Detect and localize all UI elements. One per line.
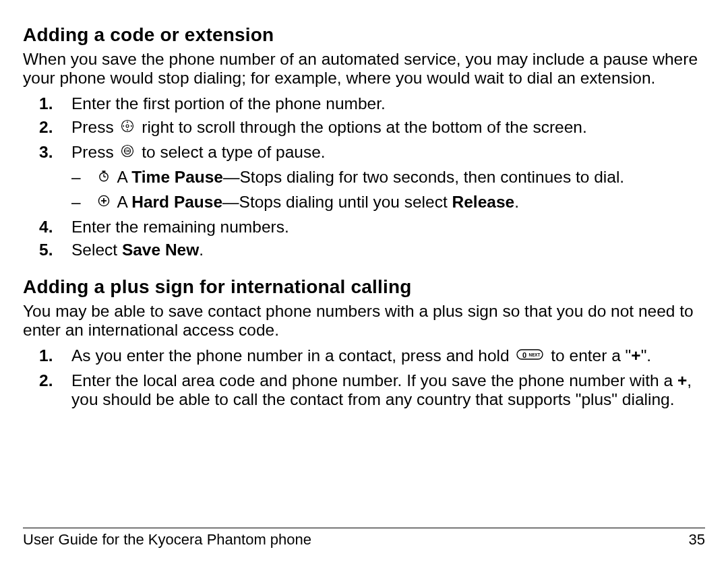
svg-point-3 bbox=[127, 129, 128, 130]
svg-point-1 bbox=[126, 125, 129, 127]
step-5-c: . bbox=[199, 241, 204, 259]
svg-text:0: 0 bbox=[522, 350, 526, 358]
svg-text:OK: OK bbox=[125, 149, 131, 153]
step-4: Enter the remaining numbers. bbox=[70, 218, 705, 237]
nav-key-icon bbox=[121, 118, 134, 137]
step-2-text-a: Press bbox=[71, 118, 118, 136]
sec2-s1-b: to enter a " bbox=[551, 346, 631, 365]
document-page: Adding a code or extension When you save… bbox=[0, 0, 728, 562]
sec2-s1-a: As you enter the phone number in a conta… bbox=[71, 346, 514, 365]
page-footer: User Guide for the Kyocera Phantom phone… bbox=[23, 521, 705, 549]
section1-steps: Enter the first portion of the phone num… bbox=[23, 94, 705, 259]
sub2-a: A bbox=[117, 193, 131, 211]
sub2-e: . bbox=[514, 193, 519, 211]
svg-point-5 bbox=[131, 125, 132, 127]
step-3-sub-hard-pause: A Hard Pause—Stops dialing until you sel… bbox=[71, 193, 705, 214]
timer-icon bbox=[97, 168, 111, 187]
section2-steps: As you enter the phone number in a conta… bbox=[23, 346, 705, 410]
step-3: Press OK to select a type of pause. A Ti… bbox=[70, 143, 705, 214]
sec2-s2-b: + bbox=[677, 371, 687, 389]
sub1-b: Time Pause bbox=[131, 168, 223, 186]
sub2-d: Release bbox=[452, 193, 515, 211]
sub2-b: Hard Pause bbox=[131, 193, 222, 211]
section2-intro: You may be able to save contact phone nu… bbox=[23, 302, 705, 340]
step-3-text-b: to select a type of pause. bbox=[142, 143, 325, 161]
svg-point-2 bbox=[127, 121, 128, 123]
footer-guide-title: User Guide for the Kyocera Phantom phone bbox=[23, 531, 311, 549]
sub2-c: —Stops dialing until you select bbox=[222, 193, 452, 211]
plus-icon bbox=[97, 193, 111, 212]
page-content: Adding a code or extension When you save… bbox=[23, 24, 705, 521]
svg-text:NEXT: NEXT bbox=[529, 352, 541, 357]
ok-key-icon: OK bbox=[121, 143, 134, 162]
section-heading-plus-sign: Adding a plus sign for international cal… bbox=[23, 276, 705, 298]
step-5-a: Select bbox=[71, 241, 122, 259]
step-3-text-a: Press bbox=[71, 143, 118, 161]
step-5-b: Save New bbox=[122, 241, 199, 259]
sec2-s2-a: Enter the local area code and phone numb… bbox=[71, 371, 677, 389]
sec2-s1-c: + bbox=[631, 346, 640, 365]
footer-rule bbox=[23, 528, 705, 528]
section-heading-code-extension: Adding a code or extension bbox=[23, 24, 705, 46]
svg-point-4 bbox=[123, 125, 125, 127]
step-1: Enter the first portion of the phone num… bbox=[70, 94, 705, 113]
step-5: Select Save New. bbox=[70, 241, 705, 259]
step-2: Press right to scroll through the option… bbox=[70, 118, 705, 139]
step-2-text-b: right to scroll through the options at t… bbox=[142, 118, 587, 136]
sec2-s1-d: ". bbox=[641, 346, 652, 365]
section1-intro: When you save the phone number of an aut… bbox=[23, 50, 705, 88]
sec2-step-2: Enter the local area code and phone numb… bbox=[70, 371, 705, 409]
zero-next-key-icon: 0NEXT bbox=[516, 346, 543, 365]
sub1-a: A bbox=[117, 168, 131, 186]
footer-page-number: 35 bbox=[689, 531, 705, 549]
sub1-c: —Stops dialing for two seconds, then con… bbox=[223, 168, 624, 186]
svg-rect-10 bbox=[102, 170, 106, 172]
sec2-step-1: As you enter the phone number in a conta… bbox=[70, 346, 705, 367]
step-3-sub-time-pause: A Time Pause—Stops dialing for two secon… bbox=[71, 168, 705, 189]
